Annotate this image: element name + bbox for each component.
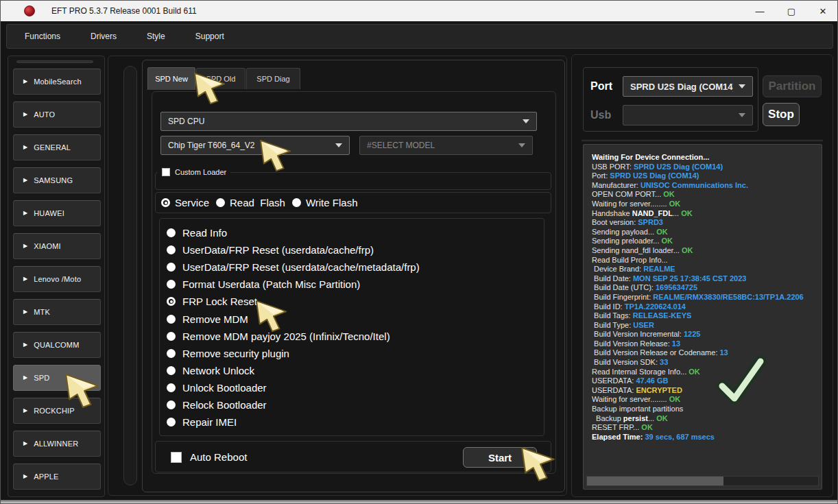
sidebar-item-samsung[interactable]: ▶SAMSUNG bbox=[13, 167, 101, 193]
operation-remove-mdm-payjoy-2025-infinix-tecno-itel[interactable]: Remove MDM payjoy 2025 (Infinix/Tecno/It… bbox=[167, 328, 544, 345]
sidebar-item-allwinner[interactable]: ▶ALLWINNER bbox=[13, 431, 101, 457]
cpu-select[interactable]: SPD CPU bbox=[160, 112, 537, 131]
maximize-button[interactable]: ▢ bbox=[776, 1, 807, 21]
log-line: Read Internal Storage Info... OK bbox=[592, 368, 820, 377]
sidebar-item-label: ALLWINNER bbox=[34, 440, 78, 448]
chevron-right-icon: ▶ bbox=[23, 112, 27, 117]
scrollbar-thumb[interactable] bbox=[587, 477, 723, 485]
chevron-down-icon bbox=[739, 113, 745, 117]
menu-support[interactable]: Support bbox=[195, 32, 224, 41]
main-vertical-scrollbar[interactable] bbox=[123, 66, 137, 485]
sidebar-item-lenovo-moto[interactable]: ▶Lenovo /Moto bbox=[13, 266, 101, 292]
operation-repair-imei[interactable]: Repair IMEI bbox=[167, 413, 544, 431]
usb-select[interactable] bbox=[623, 105, 753, 125]
port-label: Port bbox=[590, 80, 612, 93]
sidebar-item-mtk[interactable]: ▶MTK bbox=[13, 299, 101, 325]
sidebar-item-auto[interactable]: ▶AUTO bbox=[13, 101, 101, 128]
radio-label: Read Flash bbox=[230, 197, 285, 208]
mode-radio-group: ServiceRead FlashWrite Flash bbox=[155, 192, 551, 213]
window-bottom-edge bbox=[1, 500, 838, 503]
radio-icon bbox=[167, 245, 176, 254]
sidebar-item-general[interactable]: ▶GENERAL bbox=[13, 134, 101, 160]
chevron-right-icon: ▶ bbox=[23, 178, 27, 183]
log-line: Manufacturer: UNISOC Communications Inc. bbox=[592, 181, 820, 191]
radio-read-flash[interactable]: Read Flash bbox=[216, 197, 285, 208]
log-line: Build Version Incremental: 1225 bbox=[592, 330, 820, 339]
log-line: USERDATA: 47.46 GB bbox=[592, 376, 820, 386]
chevron-right-icon: ▶ bbox=[23, 211, 27, 216]
menu-drivers[interactable]: Drivers bbox=[91, 32, 117, 41]
close-button[interactable]: ✕ bbox=[807, 1, 838, 21]
radio-icon bbox=[292, 198, 301, 207]
log-line: Port: SPRD U2S Diag (COM14) bbox=[592, 171, 820, 181]
log-line: Backup important partitions bbox=[592, 405, 820, 414]
radio-icon bbox=[167, 349, 176, 358]
chip-select[interactable]: Chip Tiger T606_64_V2 bbox=[160, 136, 350, 155]
chevron-right-icon: ▶ bbox=[23, 309, 27, 315]
log-line: Build Type: USER bbox=[592, 321, 820, 331]
operation-network-unlock[interactable]: Network Unlock bbox=[167, 362, 544, 379]
sidebar-item-label: QUALCOMM bbox=[34, 341, 79, 349]
start-button[interactable]: Start bbox=[463, 447, 537, 468]
operation-label: UserData/FRP Reset (userdata/cache/frp) bbox=[182, 244, 374, 256]
log-line: Build Tags: RELEASE-KEYS bbox=[592, 311, 820, 321]
radio-icon bbox=[167, 366, 176, 375]
chevron-down-icon bbox=[523, 119, 529, 123]
operation-read-info[interactable]: Read Info bbox=[167, 224, 544, 241]
sidebar-item-label: GENERAL bbox=[34, 143, 71, 152]
tab-spd-diag[interactable]: SPD Diag bbox=[246, 68, 300, 89]
auto-reboot-checkbox[interactable]: Auto Reboot bbox=[171, 451, 247, 463]
operation-remove-mdm[interactable]: Remove MDM bbox=[167, 310, 544, 327]
log-line: Build Fingerprint: REALME/RMX3830/RE58BC… bbox=[592, 293, 820, 302]
operation-userdata-frp-reset-userdata-cache-frp[interactable]: UserData/FRP Reset (userdata/cache/frp) bbox=[167, 241, 544, 259]
radio-write-flash[interactable]: Write Flash bbox=[292, 197, 358, 208]
tab-spd-old[interactable]: SPD Old bbox=[196, 68, 246, 89]
spd-panel: SPD CPU Chip Tiger T606_64_V2 #SELECT MO… bbox=[142, 60, 565, 492]
radio-service[interactable]: Service bbox=[161, 197, 209, 208]
log-horizontal-scrollbar[interactable] bbox=[586, 476, 819, 486]
log-line: Build Version SDK: 33 bbox=[592, 358, 820, 368]
sidebar-item-rockchip[interactable]: ▶ROCKCHIP bbox=[13, 398, 101, 424]
partition-button[interactable]: Partition bbox=[763, 75, 822, 97]
log-line: Sending payload... OK bbox=[592, 228, 820, 237]
log-line: USERDATA: ENCRYPTED bbox=[592, 386, 820, 396]
model-select[interactable]: #SELECT MODEL bbox=[359, 136, 533, 155]
sidebar-item-qualcomm[interactable]: ▶QUALCOMM bbox=[13, 332, 101, 358]
sidebar-item-huawei[interactable]: ▶HUAWEI bbox=[13, 200, 101, 226]
operation-frp-lock-reset[interactable]: FRP Lock Reset bbox=[167, 293, 544, 310]
port-select[interactable]: SPRD U2S Diag (COM14) bbox=[623, 76, 753, 97]
operation-remove-security-plugin[interactable]: Remove security plugin bbox=[167, 345, 544, 362]
sidebar-item-mobilesearch[interactable]: ▶MobileSearch bbox=[13, 69, 101, 95]
sidebar-item-label: MTK bbox=[34, 308, 50, 316]
minimize-button[interactable]: — bbox=[744, 1, 776, 21]
device-panel: Port SPRD U2S Diag (COM14) Usb Partition… bbox=[571, 54, 833, 497]
custom-loader-checkbox[interactable]: Custom Loader bbox=[158, 167, 230, 177]
operation-label: Remove security plugin bbox=[182, 348, 289, 359]
main-area: SPD CPU Chip Tiger T606_64_V2 #SELECT MO… bbox=[108, 56, 567, 496]
sidebar-scroll-indicator[interactable] bbox=[16, 60, 93, 63]
log-console[interactable]: Waiting For Device Connection...USB PORT… bbox=[583, 144, 822, 490]
radio-icon bbox=[167, 263, 176, 272]
menu-style[interactable]: Style bbox=[147, 32, 165, 41]
app-logo-icon bbox=[24, 5, 35, 16]
stop-button[interactable]: Stop bbox=[763, 103, 800, 126]
chevron-right-icon: ▶ bbox=[23, 474, 27, 479]
operation-userdata-frp-reset-userdata-cache-metadata-frp[interactable]: UserData/FRP Reset (userdata/cache/metad… bbox=[167, 259, 544, 276]
sidebar-item-label: SAMSUNG bbox=[34, 176, 73, 184]
tab-spd-new[interactable]: SPD New bbox=[147, 67, 195, 90]
usb-label: Usb bbox=[590, 109, 611, 121]
operation-unlock-bootloader[interactable]: Unlock Bootloader bbox=[167, 379, 544, 396]
sidebar-item-xiaomi[interactable]: ▶XIAOMI bbox=[13, 233, 101, 259]
log-line: Waiting For Device Connection... bbox=[592, 153, 820, 163]
sidebar-item-spd[interactable]: ▶SPD bbox=[13, 365, 101, 391]
sidebar-item-apple[interactable]: ▶APPLE bbox=[13, 464, 101, 490]
operation-label: Read Info bbox=[182, 227, 227, 239]
operation-label: FRP Lock Reset bbox=[182, 296, 257, 307]
operation-label: Unlock Bootloader bbox=[182, 382, 267, 394]
radio-icon bbox=[161, 198, 170, 207]
operation-format-userdata-patch-misc-partition[interactable]: Format Userdata (Patch Misc Partition) bbox=[167, 276, 544, 293]
operation-relock-bootloader[interactable]: Relock Bootloader bbox=[167, 396, 544, 413]
menu-functions[interactable]: Functions bbox=[25, 32, 60, 41]
spd-groupbox: SPD CPU Chip Tiger T606_64_V2 #SELECT MO… bbox=[152, 91, 556, 474]
title-bar: EFT PRO 5.3.7 Release 0001 Build 611 — ▢… bbox=[1, 1, 838, 21]
